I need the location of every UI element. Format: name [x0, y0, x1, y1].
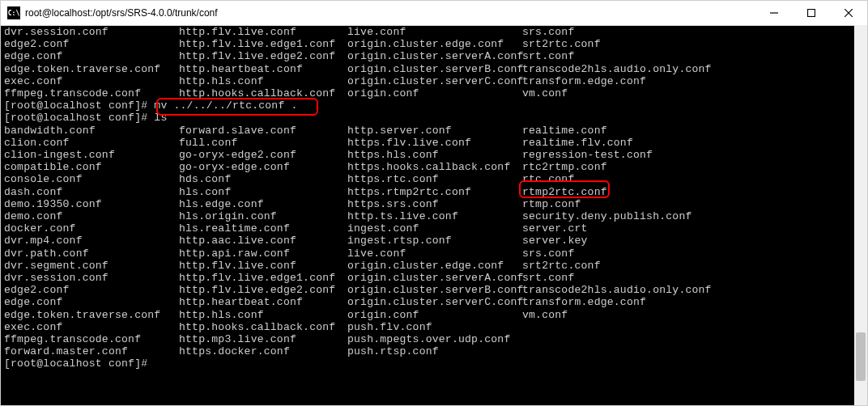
file-cell [522, 321, 864, 333]
file-cell: forward.slave.conf [179, 125, 347, 137]
file-cell: hls.realtime.conf [179, 222, 347, 235]
scrollbar[interactable] [854, 25, 867, 405]
file-cell: vm.conf [522, 309, 864, 321]
file-cell: http.api.raw.conf [179, 247, 347, 260]
prompt-empty: [root@localhost conf]# [4, 357, 864, 370]
file-cell: vm.conf [522, 87, 864, 99]
file-row: dvr.segment.confhttp.flv.live.conforigin… [4, 260, 864, 272]
maximize-button[interactable] [793, 1, 830, 25]
file-row: demo.19350.confhls.edge.confhttps.srs.co… [4, 198, 864, 210]
minimize-button[interactable] [755, 1, 793, 25]
file-row: exec.confhttp.hooks.callback.confpush.fl… [4, 321, 864, 333]
file-cell: http.hooks.callback.conf [179, 87, 347, 99]
file-cell: edge.token.traverse.conf [4, 63, 179, 75]
file-cell: forward.master.conf [4, 345, 179, 357]
file-row: dvr.mp4.confhttp.aac.live.confingest.rts… [4, 235, 864, 247]
file-row: edge2.confhttp.flv.live.edge1.conforigin… [4, 38, 864, 50]
close-button[interactable] [830, 1, 867, 25]
file-cell: https.hooks.callback.conf [347, 161, 522, 173]
file-cell: transcode2hls.audio.only.conf [522, 284, 864, 296]
file-cell: http.flv.live.edge1.conf [179, 38, 347, 50]
terminal-window: C:\ root@localhost:/opt/srs/SRS-4.0.0/tr… [0, 0, 868, 406]
file-row: console.confhds.confhttps.rtc.confrtc.co… [4, 173, 864, 185]
file-cell [522, 345, 864, 357]
file-cell: go-oryx-edge.conf [179, 161, 347, 173]
file-row: demo.confhls.origin.confhttp.ts.live.con… [4, 210, 864, 222]
file-cell: hls.conf [179, 186, 347, 198]
file-cell: dvr.mp4.conf [4, 235, 179, 247]
file-cell: live.conf [347, 247, 522, 260]
file-row: clion.conffull.confhttps.flv.live.confre… [4, 137, 864, 149]
prompt-mv: [root@localhost conf]# mv ../../../rtc.c… [4, 99, 864, 112]
file-cell: docker.conf [4, 222, 179, 235]
file-cell: srt2rtc.conf [522, 38, 864, 50]
file-cell: clion-ingest.conf [4, 149, 179, 161]
file-cell: realtime.conf [522, 125, 864, 137]
file-cell: http.ts.live.conf [347, 210, 522, 222]
file-cell: srt.conf [522, 50, 864, 62]
file-cell: edge.conf [4, 50, 179, 62]
file-cell: http.mp3.live.conf [179, 333, 347, 345]
file-row: edge.token.traverse.confhttp.heartbeat.c… [4, 63, 864, 75]
file-cell: dvr.session.conf [4, 272, 179, 284]
file-row: bandwidth.confforward.slave.confhttp.ser… [4, 125, 864, 137]
file-cell: full.conf [179, 137, 347, 149]
file-cell: ingest.conf [347, 222, 522, 235]
file-row: ffmpeg.transcode.confhttp.mp3.live.confp… [4, 333, 864, 345]
file-cell: push.mpegts.over.udp.conf [347, 333, 522, 345]
file-cell: http.flv.live.edge2.conf [179, 50, 347, 62]
file-cell: http.hls.conf [179, 309, 347, 321]
file-cell: http.flv.live.conf [179, 260, 347, 272]
file-cell: https.rtc.conf [347, 173, 522, 185]
file-cell: realtime.flv.conf [522, 137, 864, 149]
file-cell: compatible.conf [4, 161, 179, 173]
file-row: dash.confhls.confhttps.rtmp2rtc.confrtmp… [4, 186, 864, 198]
file-row: docker.confhls.realtime.confingest.confs… [4, 222, 864, 235]
file-cell: https.rtmp2rtc.conf [347, 186, 522, 198]
file-cell: server.crt [522, 222, 864, 235]
file-cell: http.heartbeat.conf [179, 296, 347, 308]
file-cell: server.key [522, 235, 864, 247]
file-cell: origin.cluster.serverC.conf [347, 75, 522, 87]
file-cell: bandwidth.conf [4, 125, 179, 137]
window-title: root@localhost:/opt/srs/SRS-4.0.0/trunk/… [25, 7, 755, 19]
file-cell: rtc2rtmp.conf [522, 161, 864, 173]
file-row: exec.confhttp.hls.conforigin.cluster.ser… [4, 75, 864, 87]
titlebar[interactable]: C:\ root@localhost:/opt/srs/SRS-4.0.0/tr… [1, 1, 867, 26]
file-cell: demo.19350.conf [4, 198, 179, 210]
file-row: edge.token.traverse.confhttp.hls.confori… [4, 309, 864, 321]
file-cell: push.flv.conf [347, 321, 522, 333]
file-cell: https.docker.conf [179, 345, 347, 357]
file-cell: srt.conf [522, 272, 864, 284]
file-cell: https.hls.conf [347, 149, 522, 161]
scrollbar-thumb[interactable] [856, 332, 866, 381]
file-cell: live.conf [347, 26, 522, 38]
file-cell: transform.edge.conf [522, 75, 864, 87]
file-cell: http.server.conf [347, 125, 522, 137]
file-cell: rtmp2rtc.conf [522, 186, 864, 198]
file-cell: transform.edge.conf [522, 296, 864, 308]
file-cell: ingest.rtsp.conf [347, 235, 522, 247]
file-cell: origin.cluster.edge.conf [347, 38, 522, 50]
file-cell: edge.conf [4, 296, 179, 308]
file-row: dvr.path.confhttp.api.raw.conflive.confs… [4, 247, 864, 260]
file-cell: edge2.conf [4, 38, 179, 50]
file-cell: srt2rtc.conf [522, 260, 864, 272]
file-cell: ffmpeg.transcode.conf [4, 87, 179, 99]
file-row: ffmpeg.transcode.confhttp.hooks.callback… [4, 87, 864, 99]
file-cell: origin.cluster.serverB.conf [347, 284, 522, 296]
file-cell: rtmp.conf [522, 198, 864, 210]
file-cell: https.flv.live.conf [347, 137, 522, 149]
file-cell: http.flv.live.edge2.conf [179, 284, 347, 296]
file-row: edge.confhttp.heartbeat.conforigin.clust… [4, 296, 864, 308]
file-cell: clion.conf [4, 137, 179, 149]
file-cell: edge.token.traverse.conf [4, 309, 179, 321]
file-cell: origin.cluster.serverA.conf [347, 50, 522, 62]
file-cell: dvr.path.conf [4, 247, 179, 260]
file-cell: go-oryx-edge2.conf [179, 149, 347, 161]
file-cell: rtc.conf [522, 173, 864, 185]
prompt-ls: [root@localhost conf]# ls [4, 112, 864, 124]
terminal-body[interactable]: dvr.session.confhttp.flv.live.conflive.c… [1, 26, 867, 405]
app-icon: C:\ [7, 6, 20, 19]
file-row: dvr.session.confhttp.flv.live.edge1.conf… [4, 272, 864, 284]
